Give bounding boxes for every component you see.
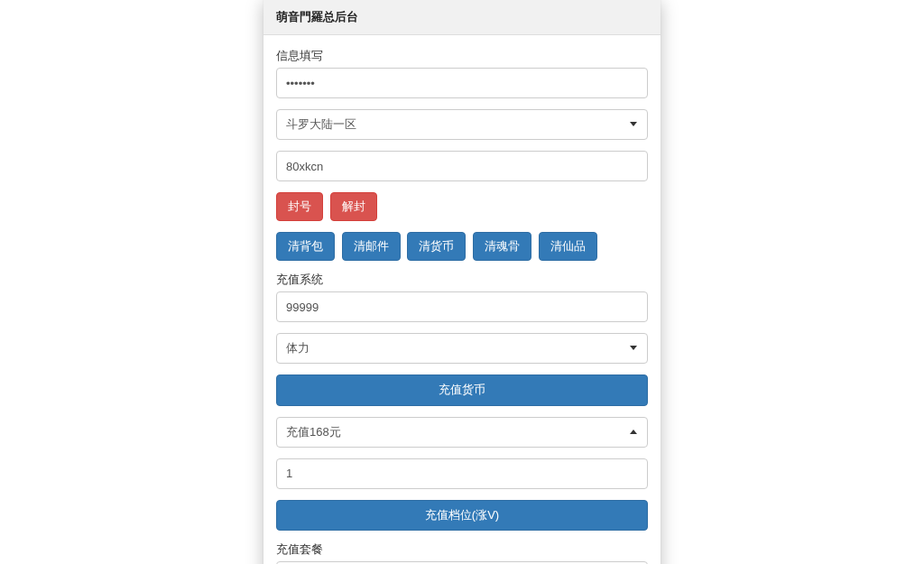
ban-row: 封号 解封 — [276, 192, 648, 221]
ban-button[interactable]: 封号 — [276, 192, 323, 221]
panel-body: 信息填写 封号 解封 清背包 清邮件 清货币 清魂骨 清仙品 充值系统 充值货币 — [263, 35, 661, 564]
clear-row: 清背包 清邮件 清货币 清魂骨 清仙品 — [276, 232, 648, 261]
tier-qty-input[interactable] — [276, 458, 648, 489]
recharge-tier-button[interactable]: 充值档位(涨V) — [276, 500, 648, 531]
currency-type-select[interactable] — [276, 333, 648, 364]
unban-button[interactable]: 解封 — [330, 192, 377, 221]
info-label: 信息填写 — [276, 48, 648, 64]
clear-immortal-button[interactable]: 清仙品 — [539, 232, 597, 261]
tier-select-value[interactable] — [276, 417, 648, 448]
admin-panel: 萌音門羅总后台 信息填写 封号 解封 清背包 清邮件 清货币 清魂骨 清仙品 充… — [263, 0, 661, 564]
clear-soulbone-button[interactable]: 清魂骨 — [473, 232, 531, 261]
panel-title: 萌音門羅总后台 — [263, 0, 661, 35]
tier-select[interactable] — [276, 417, 648, 448]
server-select[interactable] — [276, 109, 648, 140]
clear-mail-button[interactable]: 清邮件 — [342, 232, 401, 261]
recharge-amount-input[interactable] — [276, 291, 648, 322]
password-input[interactable] — [276, 68, 648, 98]
clear-currency-button[interactable]: 清货币 — [407, 232, 466, 261]
clear-bag-button[interactable]: 清背包 — [276, 232, 335, 261]
recharge-currency-button[interactable]: 充值货币 — [276, 374, 648, 405]
server-select-value[interactable] — [276, 109, 648, 140]
currency-type-value[interactable] — [276, 333, 648, 364]
package-label: 充值套餐 — [276, 541, 648, 558]
code-input[interactable] — [276, 151, 648, 181]
recharge-label: 充值系统 — [276, 272, 648, 288]
